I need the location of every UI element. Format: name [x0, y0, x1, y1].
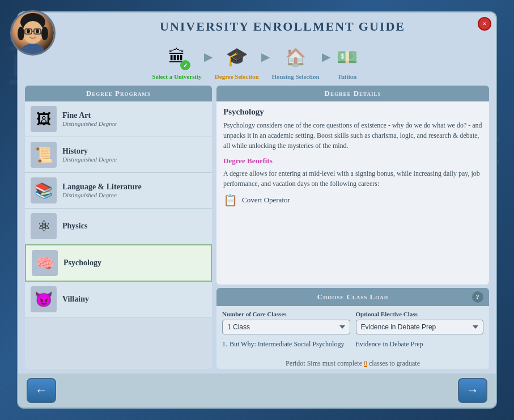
- physics-icon: ⚛: [31, 213, 57, 239]
- career-item: 📋 Covert Operator: [223, 193, 482, 207]
- svg-point-1: [23, 21, 43, 44]
- fine-art-icon: 🖼: [31, 106, 57, 132]
- history-icon: 📜: [31, 142, 57, 168]
- core-class-list: 1. But Why: Intermediate Social Psycholo…: [222, 339, 350, 350]
- selected-degree-desc: Psychology considers one of the core que…: [223, 120, 482, 151]
- enrollment-dialog: × University Enrollment Guide 🏛 ✓ Select…: [17, 11, 497, 409]
- psychology-icon: 🧠: [32, 250, 58, 276]
- language-sub: Distinguished Degree: [62, 192, 206, 198]
- svg-point-9: [22, 44, 44, 54]
- dialog-header: University Enrollment Guide: [18, 12, 496, 39]
- degree-item-history[interactable]: 📜 History Distinguished Degree: [25, 137, 212, 173]
- degree-programs-panel: Degree Programs 🖼 Fine Art Distinguished…: [25, 86, 212, 369]
- core-class-group: Number of Core Classes 1 Class 2 Classes…: [222, 311, 350, 334]
- steps-bar: 🏛 ✓ Select a University ▶ 🎓 Degree Selec…: [18, 39, 496, 86]
- core-class-item-1-name: But Why: Intermediate Social Psychology: [230, 340, 344, 349]
- avatar: [10, 10, 56, 56]
- dialog-title: University Enrollment Guide: [80, 19, 485, 34]
- details-body: Psychology Psychology considers one of t…: [216, 101, 489, 285]
- elective-class-list: Evidence in Debate Prep: [356, 339, 484, 350]
- step-university[interactable]: 🏛 ✓ Select a University: [152, 42, 201, 80]
- degree-item-psychology[interactable]: 🧠 Psychology: [25, 244, 212, 282]
- class-selectors: Number of Core Classes 1 Class 2 Classes…: [222, 311, 483, 334]
- selected-degree-name: Psychology: [223, 107, 482, 117]
- back-button[interactable]: ←: [27, 378, 56, 403]
- step-degree-label: Degree Selection: [215, 73, 259, 80]
- degree-details-header: Degree Details: [216, 86, 489, 101]
- elective-class-item-1: Evidence in Debate Prep: [356, 339, 484, 350]
- language-name: Language & Literature: [62, 183, 206, 192]
- close-button[interactable]: ×: [478, 17, 491, 31]
- right-panel: Degree Details Psychology Psychology con…: [216, 86, 489, 369]
- fine-art-sub: Distinguished Degree: [62, 120, 206, 127]
- elective-class-label: Optional Elective Class: [356, 311, 484, 317]
- degree-item-physics[interactable]: ⚛ Physics: [25, 209, 212, 244]
- fine-art-name: Fine Art: [62, 111, 206, 120]
- svg-point-4: [27, 29, 30, 33]
- step-tuition[interactable]: 💵 Tuition: [333, 42, 362, 80]
- degree-details-panel: Degree Details Psychology Psychology con…: [216, 86, 489, 285]
- villainy-icon: 😈: [31, 286, 57, 312]
- benefits-title: Degree Benefits: [223, 156, 482, 166]
- career-name: Covert Operator: [242, 196, 290, 205]
- core-class-select[interactable]: 1 Class 2 Classes 3 Classes 4 Classes: [222, 320, 350, 334]
- elective-class-group: Optional Elective Class Evidence in Deba…: [356, 311, 484, 334]
- forward-icon: →: [466, 383, 479, 398]
- history-sub: Distinguished Degree: [62, 156, 206, 163]
- elective-class-item-1-name: Evidence in Debate Prep: [356, 340, 423, 349]
- class-lists: 1. But Why: Intermediate Social Psycholo…: [222, 339, 483, 350]
- completion-text: Peridot Sims must complete 8 classes to …: [286, 359, 420, 367]
- career-icon: 📋: [223, 193, 237, 207]
- step-tuition-label: Tuition: [338, 73, 357, 80]
- degree-item-villainy[interactable]: 😈 Villainy: [25, 282, 212, 317]
- psychology-name: Psychology: [63, 258, 205, 268]
- forward-button[interactable]: →: [458, 378, 487, 403]
- completion-bar: Peridot Sims must complete 8 classes to …: [216, 354, 489, 369]
- degree-list: 🖼 Fine Art Distinguished Degree 📜 Histor…: [25, 101, 212, 369]
- svg-point-3: [41, 27, 48, 40]
- completion-number: 8: [364, 359, 367, 367]
- step-university-label: Select a University: [152, 73, 201, 80]
- arrow-3: ▶: [322, 50, 330, 63]
- class-load-panel: Choose Class Load ? Number of Core Class…: [216, 288, 489, 369]
- benefits-desc: A degree allows for entering at mid-leve…: [223, 168, 482, 189]
- step-degree[interactable]: 🎓 Degree Selection: [215, 42, 259, 80]
- svg-point-2: [18, 27, 24, 40]
- help-button[interactable]: ?: [472, 291, 483, 303]
- svg-point-5: [36, 29, 39, 33]
- class-load-body: Number of Core Classes 1 Class 2 Classes…: [216, 306, 489, 354]
- degree-programs-header: Degree Programs: [25, 86, 212, 101]
- step-housing[interactable]: 🏠 Housing Selection: [272, 42, 320, 80]
- class-load-title: Choose Class Load: [317, 292, 388, 302]
- arrow-1: ▶: [204, 50, 213, 63]
- elective-class-select[interactable]: Evidence in Debate Prep None: [356, 320, 484, 334]
- degree-item-language[interactable]: 📚 Language & Literature Distinguished De…: [25, 173, 212, 209]
- arrow-2: ▶: [261, 50, 270, 63]
- physics-name: Physics: [62, 222, 206, 231]
- class-load-header: Choose Class Load ?: [216, 288, 489, 306]
- core-class-item-1: 1. But Why: Intermediate Social Psycholo…: [222, 339, 350, 350]
- core-class-label: Number of Core Classes: [222, 311, 350, 317]
- villainy-name: Villainy: [62, 295, 206, 304]
- degree-item-fine-art[interactable]: 🖼 Fine Art Distinguished Degree: [25, 101, 212, 137]
- back-icon: ←: [35, 383, 48, 398]
- main-content: Degree Programs 🖼 Fine Art Distinguished…: [25, 86, 489, 369]
- language-icon: 📚: [31, 177, 57, 203]
- history-name: History: [62, 147, 206, 156]
- bottom-nav: ← →: [18, 374, 496, 408]
- step-housing-label: Housing Selection: [272, 73, 320, 80]
